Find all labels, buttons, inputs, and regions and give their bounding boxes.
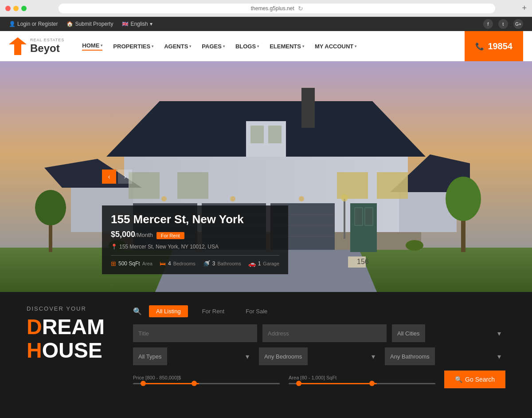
- blogs-chevron: ▾: [257, 44, 259, 48]
- svg-rect-32: [337, 172, 368, 199]
- main-nav: HOME ▾ PROPERTIES ▾ AGENTS ▾ PAGES ▾ BLO…: [82, 42, 465, 51]
- feature-garage-value: 1: [258, 260, 261, 267]
- facebook-icon[interactable]: f: [483, 19, 493, 29]
- search-tabs: 🔍 All Listing For Rent For Sale: [133, 305, 505, 317]
- tab-for-rent[interactable]: For Rent: [195, 305, 232, 317]
- bed-icon: 🛏: [160, 260, 166, 267]
- login-label: Login or Register: [17, 21, 58, 27]
- tab-all-listing[interactable]: All Listing: [149, 305, 188, 317]
- svg-point-42: [446, 177, 481, 221]
- nav-account[interactable]: MY ACCOUNT ▾: [315, 43, 356, 50]
- feature-bed-label: Bedrooms: [173, 261, 196, 266]
- go-search-button[interactable]: 🔍 Go Search: [444, 371, 505, 388]
- discover-ouse: OUSE: [42, 339, 102, 362]
- title-input[interactable]: [133, 324, 257, 342]
- slider-next-button[interactable]: ›: [118, 170, 132, 184]
- search-row-2: All Types Any Bedrooms Any Bathrooms: [133, 347, 505, 365]
- language-label: English: [130, 21, 148, 27]
- elements-chevron: ▾: [302, 44, 304, 48]
- browser-url-text: themes.g5plus.net: [251, 5, 294, 12]
- hero-section: 156 ‹ › 155 Mercer St, New York $5,000/M…: [0, 61, 532, 292]
- slider-prev-button[interactable]: ‹: [102, 170, 116, 184]
- bedrooms-select[interactable]: Any Bedrooms: [259, 347, 308, 365]
- cities-select[interactable]: All Cities: [392, 324, 425, 342]
- nav-elements[interactable]: ELEMENTS ▾: [270, 43, 304, 50]
- submit-property-link[interactable]: 🏠 Submit Property: [66, 21, 113, 27]
- browser-url-bar[interactable]: themes.g5plus.net ↻: [59, 4, 495, 13]
- nav-pages[interactable]: PAGES ▾: [202, 43, 225, 50]
- area-range-label: Area [80 - 1,000] SqFt: [289, 375, 435, 380]
- svg-point-35: [230, 196, 235, 201]
- area-range-thumb-right[interactable]: [369, 381, 375, 386]
- nav-properties[interactable]: PROPERTIES ▾: [113, 43, 153, 50]
- svg-point-34: [161, 196, 167, 201]
- googleplus-icon[interactable]: G+: [513, 19, 523, 29]
- tab-for-sale[interactable]: For Sale: [239, 305, 274, 317]
- discover-house: HOUSE: [27, 339, 115, 363]
- search-row-3: Price [800 - 850,000]$ Area [80 - 1,000]…: [133, 371, 505, 388]
- discover-ream: REAM: [42, 315, 105, 339]
- svg-rect-41: [461, 217, 466, 252]
- svg-point-40: [35, 190, 66, 225]
- top-bar-right: f t G+: [483, 19, 523, 29]
- svg-rect-10: [250, 126, 264, 143]
- account-chevron: ▾: [355, 44, 356, 48]
- nav-blogs[interactable]: BLOGS ▾: [235, 43, 259, 50]
- browser-close-dot[interactable]: [5, 6, 11, 11]
- feature-garage: 🚗 1 Garage: [248, 260, 279, 267]
- property-card: 155 Mercer St, New York $5,000/Month For…: [102, 205, 288, 274]
- area-range-group: Area [80 - 1,000] SqFt: [289, 375, 435, 384]
- bedrooms-select-wrapper: Any Bedrooms: [259, 347, 379, 365]
- browser-dots: [5, 6, 27, 11]
- svg-rect-39: [49, 221, 52, 252]
- flag-icon: 🇬🇧: [122, 21, 129, 27]
- discover-subtitle: DISCOVER YOUR: [27, 305, 115, 312]
- property-badge: For Rent: [156, 232, 184, 239]
- twitter-icon[interactable]: t: [498, 19, 508, 29]
- browser-maximize-dot[interactable]: [21, 6, 27, 11]
- area-range-fill: [296, 383, 377, 384]
- phone-icon: 📞: [475, 42, 484, 51]
- svg-rect-37: [344, 199, 345, 239]
- language-selector[interactable]: 🇬🇧 English ▾: [122, 21, 152, 27]
- price-range-thumb-right[interactable]: [192, 381, 197, 386]
- bathrooms-select[interactable]: Any Bathrooms: [385, 347, 435, 365]
- search-tab-icon: 🔍: [133, 307, 142, 315]
- svg-rect-29: [365, 208, 373, 225]
- feature-bedrooms: 🛏 4 Bedrooms: [160, 260, 196, 267]
- address-input[interactable]: [262, 324, 387, 342]
- bathrooms-select-wrapper: Any Bathrooms: [385, 347, 505, 365]
- property-address: 📍 155 Mercer St, New York, NY 10012, USA: [111, 244, 279, 250]
- slider-navigation: ‹ ›: [102, 170, 132, 184]
- svg-point-38: [341, 194, 348, 201]
- login-link[interactable]: 👤 Login or Register: [9, 21, 58, 27]
- nav-home[interactable]: HOME ▾: [82, 42, 102, 51]
- search-panel: 🔍 All Listing For Rent For Sale All Citi…: [133, 305, 505, 388]
- language-chevron: ▾: [150, 21, 153, 27]
- logo[interactable]: REAL ESTATES Beyot: [9, 37, 64, 55]
- search-section: DISCOVER YOUR DREAM HOUSE 🔍 All Listing …: [0, 292, 532, 402]
- svg-rect-31: [177, 172, 208, 199]
- browser-minimize-dot[interactable]: [13, 6, 19, 11]
- feature-area-value: 500 SqFt: [118, 260, 140, 267]
- feature-garage-label: Garage: [263, 261, 279, 266]
- logo-name: Beyot: [30, 42, 64, 55]
- price-range-thumb-left[interactable]: [141, 381, 146, 386]
- price-range-group: Price [800 - 850,000]$: [133, 375, 280, 384]
- nav-agents[interactable]: AGENTS ▾: [164, 43, 191, 50]
- cities-select-wrapper: All Cities: [392, 324, 505, 342]
- types-select[interactable]: All Types: [133, 347, 167, 365]
- browser-new-tab[interactable]: +: [522, 4, 527, 13]
- pages-chevron: ▾: [223, 44, 225, 48]
- price-range-track[interactable]: [133, 383, 280, 384]
- area-icon: ⊞: [111, 260, 116, 267]
- svg-point-36: [299, 196, 304, 201]
- area-range-track[interactable]: [289, 383, 435, 384]
- feature-bath-value: 3: [212, 260, 215, 267]
- phone-number: 19854: [488, 41, 512, 51]
- property-features: ⊞ 500 SqFt Area 🛏 4 Bedrooms 🚿 3 Bathroo…: [111, 255, 279, 267]
- svg-rect-28: [355, 208, 363, 225]
- area-range-thumb-left[interactable]: [296, 381, 301, 386]
- price-range-fill: [141, 383, 199, 384]
- phone-box[interactable]: 📞 19854: [465, 31, 523, 61]
